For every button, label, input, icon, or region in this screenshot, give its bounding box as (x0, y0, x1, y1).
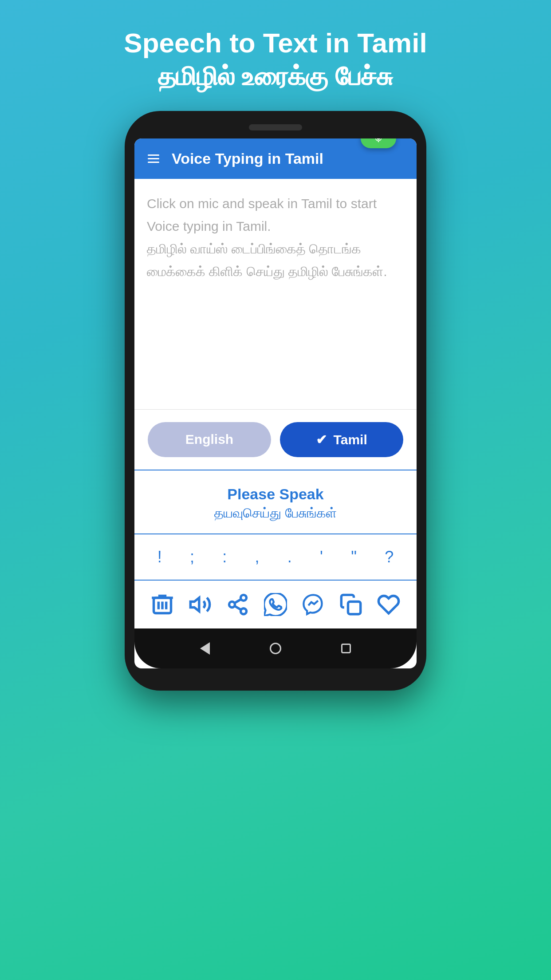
language-buttons-row: English ✔ Tamil (134, 410, 417, 470)
delete-button[interactable] (149, 591, 176, 618)
app-bar-title: Voice Typing in Tamil (172, 150, 323, 167)
messenger-icon (302, 593, 325, 616)
punct-comma[interactable]: , (249, 544, 264, 570)
text-display-area[interactable]: Click on mic and speak in Tamil to start… (134, 179, 417, 410)
android-nav-bar (134, 628, 417, 668)
punct-colon[interactable]: : (217, 544, 232, 570)
check-icon: ✔ (316, 432, 327, 447)
punct-exclamation[interactable]: ! (152, 544, 167, 570)
whatsapp-icon (264, 593, 287, 616)
phone-screen: Voice Typing in Tamil Click on mic and s… (134, 138, 417, 668)
phone-speaker (249, 124, 302, 130)
delete-icon (151, 593, 174, 616)
svg-rect-8 (348, 601, 361, 614)
tamil-language-button[interactable]: ✔ Tamil (280, 422, 403, 457)
copy-icon (339, 593, 362, 616)
copy-button[interactable] (338, 591, 364, 618)
volume-button[interactable] (187, 591, 213, 618)
svg-point-4 (229, 601, 235, 607)
svg-line-6 (234, 606, 241, 610)
mic-button[interactable] (361, 138, 396, 148)
action-bar (134, 581, 417, 628)
placeholder-en: Click on mic and speak in Tamil to start… (147, 196, 377, 233)
placeholder-ta: தமிழில் வாய்ஸ் டைப்பிங்கைத் தொடங்க மைக்க… (147, 241, 387, 279)
punct-quote[interactable]: " (346, 544, 362, 570)
svg-line-7 (234, 599, 241, 603)
punct-question[interactable]: ? (379, 544, 399, 570)
share-icon (226, 593, 249, 616)
header-title-english: Speech to Text in Tamil (124, 27, 427, 59)
back-button[interactable] (200, 642, 210, 655)
phone-mockup: Voice Typing in Tamil Click on mic and s… (125, 111, 426, 691)
header-section: Speech to Text in Tamil தமிழில் உரைக்கு … (124, 27, 427, 93)
heart-icon (377, 593, 400, 616)
whatsapp-button[interactable] (262, 591, 289, 618)
punct-semicolon[interactable]: ; (185, 544, 200, 570)
hamburger-menu[interactable] (148, 154, 159, 163)
share-button[interactable] (224, 591, 251, 618)
english-language-button[interactable]: English (148, 422, 271, 457)
svg-marker-2 (190, 598, 199, 611)
svg-point-3 (240, 595, 246, 601)
punctuation-row: ! ; : , . ' " ? (134, 534, 417, 581)
svg-point-5 (240, 608, 246, 614)
favorite-button[interactable] (375, 591, 402, 618)
hamburger-line-1 (148, 154, 159, 156)
hamburger-line-2 (148, 158, 159, 159)
home-button[interactable] (270, 643, 281, 654)
mic-icon (374, 138, 383, 143)
please-speak-section: Please Speak தயவுசெய்து பேசுங்கள் (134, 470, 417, 534)
punct-period[interactable]: . (282, 544, 297, 570)
punct-apostrophe[interactable]: ' (315, 544, 328, 570)
please-speak-english: Please Speak (147, 483, 404, 506)
recents-button[interactable] (341, 644, 351, 653)
placeholder-text: Click on mic and speak in Tamil to start… (147, 192, 404, 283)
please-speak-tamil: தயவுசெய்து பேசுங்கள் (147, 506, 404, 521)
header-title-tamil: தமிழில் உரைக்கு பேச்சு (124, 59, 427, 93)
volume-icon (189, 593, 212, 616)
hamburger-line-3 (148, 162, 159, 163)
tamil-label: Tamil (334, 432, 367, 447)
messenger-button[interactable] (300, 591, 327, 618)
